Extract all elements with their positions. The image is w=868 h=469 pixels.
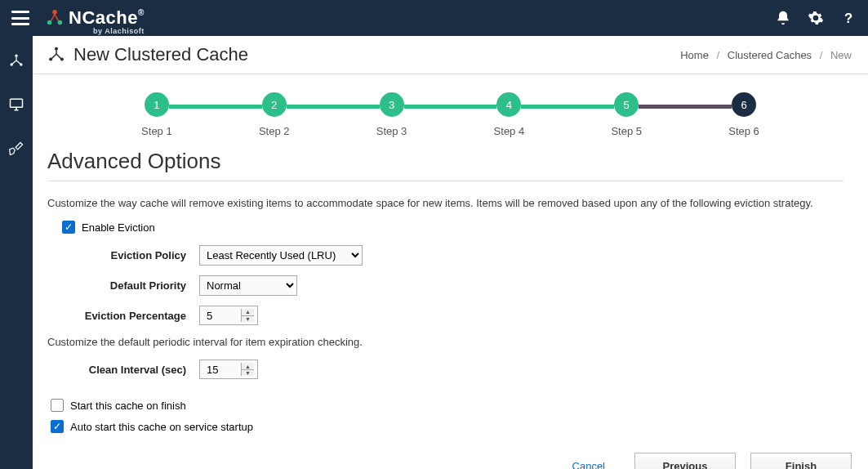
brand-subtitle: by Alachisoft <box>93 27 145 35</box>
eviction-percentage-label: Eviction Percentage <box>47 310 186 322</box>
clean-interval-input[interactable] <box>203 363 241 376</box>
step-2[interactable]: 2 Step 2 <box>216 92 333 137</box>
expiration-description: Customize the default periodic interval … <box>47 335 844 350</box>
auto-start-label: Auto start this cache on service startup <box>70 421 253 433</box>
clean-interval-label: Clean Interval (sec) <box>47 364 186 376</box>
wizard-footer: Cancel Previous Finish <box>33 441 868 469</box>
page-title: New Clustered Cache <box>73 44 248 65</box>
enable-eviction-label: Enable Eviction <box>82 221 155 234</box>
enable-eviction-checkbox[interactable] <box>62 221 75 234</box>
gear-icon[interactable] <box>808 10 824 26</box>
svg-rect-7 <box>11 99 23 107</box>
sidebar-item-tools[interactable] <box>0 136 33 162</box>
eviction-percentage-spinner[interactable]: ▲▼ <box>199 306 258 325</box>
previous-button[interactable]: Previous <box>634 453 736 469</box>
brand-icon <box>46 9 64 27</box>
sidebar-item-cluster[interactable] <box>0 47 33 74</box>
start-on-finish-label: Start this cache on finish <box>70 400 186 412</box>
breadcrumb-current: New <box>830 49 852 61</box>
wizard-stepper: 1 Step 1 2 Step 2 3 Step 3 4 Step 4 5 <box>33 74 868 145</box>
svg-text:?: ? <box>844 11 852 26</box>
svg-point-4 <box>15 55 17 57</box>
svg-point-0 <box>52 10 57 14</box>
start-on-finish-checkbox[interactable] <box>51 399 64 412</box>
spin-down-icon[interactable]: ▼ <box>242 370 254 377</box>
eviction-policy-select[interactable]: Least Recently Used (LRU) <box>199 245 363 266</box>
topbar-actions: ? <box>775 10 857 26</box>
svg-point-8 <box>55 47 58 51</box>
eviction-percentage-input[interactable] <box>203 309 241 322</box>
cluster-icon <box>47 46 65 64</box>
help-icon[interactable]: ? <box>840 10 857 26</box>
bell-icon[interactable] <box>775 10 791 26</box>
step-3[interactable]: 3 Step 3 <box>333 92 451 137</box>
step-6[interactable]: 6 Step 6 <box>685 92 803 137</box>
spin-up-icon[interactable]: ▲ <box>242 363 254 370</box>
step-1[interactable]: 1 Step 1 <box>98 92 216 137</box>
breadcrumb-home[interactable]: Home <box>680 49 709 61</box>
default-priority-select[interactable]: Normal <box>199 275 297 296</box>
breadcrumb-caches[interactable]: Clustered Caches <box>728 49 812 61</box>
spin-up-icon[interactable]: ▲ <box>242 309 254 316</box>
cancel-link[interactable]: Cancel <box>572 460 605 469</box>
clean-interval-spinner[interactable]: ▲▼ <box>199 360 258 379</box>
eviction-policy-label: Eviction Policy <box>47 249 186 261</box>
default-priority-label: Default Priority <box>47 279 186 292</box>
spin-down-icon[interactable]: ▼ <box>242 316 254 323</box>
step-4[interactable]: 4 Step 4 <box>450 92 568 137</box>
section-title: Advanced Options <box>47 145 844 181</box>
top-header: NCache® by Alachisoft ? <box>0 0 868 36</box>
auto-start-checkbox[interactable] <box>51 420 64 433</box>
finish-button[interactable]: Finish <box>750 453 852 469</box>
eviction-description: Customize the way cache will remove exis… <box>47 196 844 211</box>
left-sidebar <box>0 36 33 469</box>
hamburger-menu-icon[interactable] <box>11 11 29 25</box>
brand-name: NCache® by Alachisoft <box>69 7 145 29</box>
step-5[interactable]: 5 Step 5 <box>568 92 685 137</box>
sidebar-item-monitor[interactable] <box>0 92 33 118</box>
brand-logo-area[interactable]: NCache® by Alachisoft <box>46 7 145 29</box>
breadcrumb: Home / Clustered Caches / New <box>680 49 852 61</box>
page-titlebar: New Clustered Cache Home / Clustered Cac… <box>33 36 868 74</box>
